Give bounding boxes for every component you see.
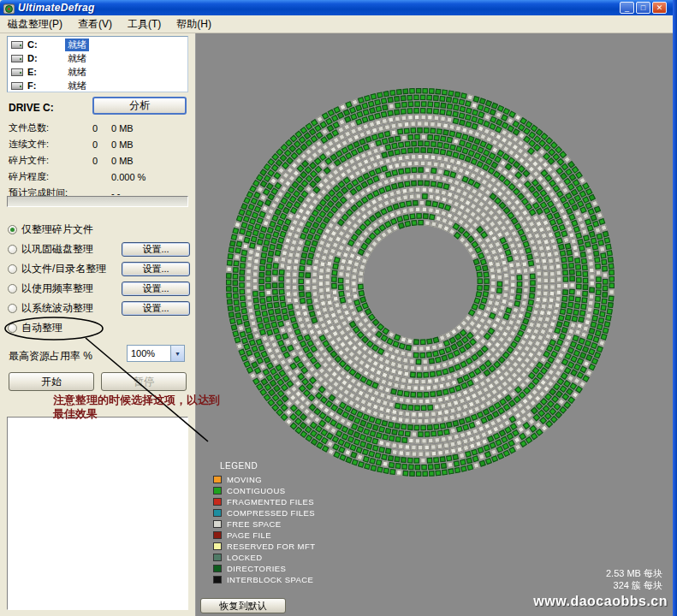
resource-usage-value: 100% <box>128 348 170 358</box>
legend-item: FRAGMENTED FILES <box>213 496 315 507</box>
stat-row: 文件总数:00 MB <box>9 120 188 136</box>
drive-label: DRIVE C: <box>9 102 54 114</box>
stat-count: 0 <box>86 139 98 150</box>
legend-swatch <box>213 554 222 561</box>
window-border-right <box>673 0 677 616</box>
defrag-option-row: 仅整理碎片文件 <box>5 220 190 240</box>
legend-items: MOVINGCONTIGUOUSFRAGMENTED FILESCOMPRESS… <box>213 474 315 585</box>
drive-status: 就绪 <box>65 38 89 51</box>
drive-icon <box>11 82 23 90</box>
stat-label: 碎片文件: <box>9 154 86 167</box>
legend-label: INTERBLOCK SPACE <box>227 575 313 584</box>
menu-item[interactable]: 查看(V) <box>70 15 120 34</box>
drive-status: 就绪 <box>65 80 89 92</box>
resource-usage-label: 最高资源占用率 % <box>9 349 92 364</box>
radio-button-1[interactable] <box>8 245 17 254</box>
drive-icon <box>11 68 23 76</box>
drive-row[interactable]: C:就绪 <box>8 38 187 51</box>
disk-map-panel: LEGEND MOVINGCONTIGUOUSFRAGMENTED FILESC… <box>195 33 673 616</box>
legend-item: RESERVED FOR MFT <box>213 541 315 552</box>
stat-count: 0 <box>86 156 98 166</box>
drive-row[interactable]: D:就绪 <box>8 51 187 65</box>
start-button[interactable]: 开始 <box>9 372 94 391</box>
settings-button[interactable]: 设置... <box>122 301 190 316</box>
cluster-size-text: 324 簇 每块 <box>606 579 662 591</box>
option-label[interactable]: 以巩固磁盘整理 <box>21 242 93 257</box>
drive-row[interactable]: F:就绪 <box>8 79 187 92</box>
legend-label: PAGE FILE <box>227 530 271 540</box>
option-label[interactable]: 以使用频率整理 <box>21 281 93 296</box>
legend-label: FREE SPACE <box>227 519 281 529</box>
legend-item: PAGE FILE <box>213 530 315 541</box>
annotation-line1: 注意整理的时候选择这项，以达到 <box>53 394 241 407</box>
radio-button-3[interactable] <box>8 284 17 293</box>
drive-letter: F: <box>27 80 65 91</box>
legend: LEGEND MOVINGCONTIGUOUSFRAGMENTED FILESC… <box>213 461 315 585</box>
stat-size: 0 MB <box>111 156 134 166</box>
legend-swatch <box>213 476 222 483</box>
maximize-button[interactable]: □ <box>636 2 650 14</box>
option-label[interactable]: 以系统波动整理 <box>21 301 93 316</box>
stat-row: 碎片文件:00 MB <box>9 152 188 169</box>
legend-swatch <box>213 520 222 528</box>
defrag-option-row: 以文件/目录名整理设置... <box>5 259 190 279</box>
restore-default-button[interactable]: 恢复到默认 <box>200 598 286 613</box>
close-button[interactable]: ✕ <box>652 2 667 14</box>
resource-usage-combobox[interactable]: 100% ▼ <box>127 345 185 362</box>
legend-label: DIRECTORIES <box>227 564 286 573</box>
radio-button-0[interactable] <box>8 225 17 234</box>
menu-item[interactable]: 磁盘整理(P) <box>0 15 70 34</box>
stat-count: 0 <box>86 123 98 133</box>
legend-item: INTERBLOCK SPACE <box>213 574 315 585</box>
window-controls: _ □ ✕ <box>620 2 674 14</box>
window-title: UltimateDefrag <box>18 2 95 14</box>
defrag-options-group: 仅整理碎片文件以巩固磁盘整理设置...以文件/目录名整理设置...以使用频率整理… <box>5 220 190 338</box>
block-size-text: 2.53 MB 每块 <box>606 567 662 579</box>
stat-label: 碎片程度: <box>9 170 86 183</box>
legend-item: FREE SPACE <box>213 518 315 530</box>
settings-button[interactable]: 设置... <box>122 242 190 257</box>
stat-label: 连续文件: <box>9 138 86 151</box>
defrag-option-row: 以系统波动整理设置... <box>5 299 190 318</box>
legend-label: LOCKED <box>227 553 262 562</box>
settings-button[interactable]: 设置... <box>122 281 190 296</box>
menu-item[interactable]: 工具(T) <box>120 15 169 34</box>
drive-row[interactable]: E:就绪 <box>8 65 187 79</box>
stats-table: 文件总数:00 MB连续文件:00 MB碎片文件:00 MB碎片程度:0.000… <box>9 120 188 201</box>
stat-size: 0.000 % <box>111 172 145 182</box>
block-info: 2.53 MB 每块 324 簇 每块 <box>606 567 662 591</box>
legend-item: LOCKED <box>213 552 315 563</box>
progress-bar <box>7 196 188 207</box>
message-box <box>7 417 188 610</box>
legend-swatch <box>213 487 222 495</box>
legend-item: COMPRESSED FILES <box>213 507 315 518</box>
legend-item: MOVING <box>213 474 315 485</box>
legend-swatch <box>213 531 222 539</box>
control-panel: C:就绪D:就绪E:就绪F:就绪 DRIVE C: 分析 文件总数:00 MB连… <box>0 33 195 616</box>
annotation-line2: 最佳效果 <box>53 407 241 421</box>
option-label[interactable]: 仅整理碎片文件 <box>21 222 93 237</box>
stat-row: 碎片程度:0.000 % <box>9 169 188 185</box>
option-label[interactable]: 以文件/目录名整理 <box>21 262 106 276</box>
radio-button-2[interactable] <box>8 264 17 274</box>
stat-size: 0 MB <box>111 139 134 150</box>
option-label[interactable]: 自动整理 <box>21 321 62 335</box>
radio-button-5[interactable] <box>8 323 17 333</box>
minimize-button[interactable]: _ <box>620 2 634 14</box>
defrag-option-row: 以使用频率整理设置... <box>5 279 190 299</box>
titlebar: UltimateDefrag _ □ ✕ <box>0 0 677 15</box>
legend-item: DIRECTORIES <box>213 563 315 574</box>
radio-button-4[interactable] <box>8 304 17 313</box>
chevron-down-icon[interactable]: ▼ <box>170 346 184 361</box>
stat-size: 0 MB <box>111 123 134 133</box>
legend-label: RESERVED FOR MFT <box>227 542 315 551</box>
legend-title: LEGEND <box>220 461 315 471</box>
stat-label: 文件总数: <box>9 121 86 134</box>
menu-item[interactable]: 帮助(H) <box>169 15 219 34</box>
settings-button[interactable]: 设置... <box>122 262 190 276</box>
drive-icon <box>11 41 23 49</box>
app-window: UltimateDefrag _ □ ✕ 磁盘整理(P)查看(V)工具(T)帮助… <box>0 0 677 616</box>
drive-list: C:就绪D:就绪E:就绪F:就绪 <box>7 36 188 92</box>
analyze-button[interactable]: 分析 <box>92 97 187 115</box>
pause-button: 暂停 <box>101 372 187 391</box>
